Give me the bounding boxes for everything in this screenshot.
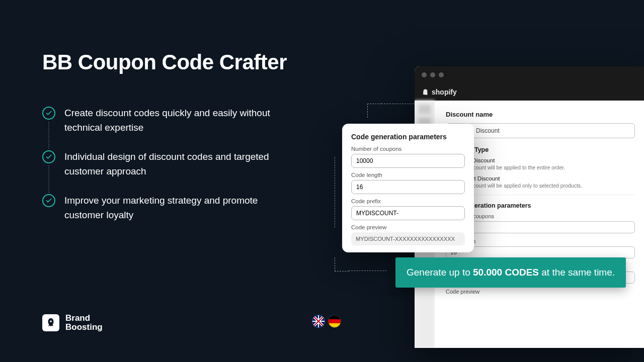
dashed-connector [367,104,381,118]
code-prefix-label: Code prefix [351,198,465,204]
window-controls [422,72,444,77]
code-preview-label-large: Code preview [446,289,635,295]
callout-bold: 50.000 CODES [473,267,539,278]
dashed-connector [335,257,349,272]
check-icon [42,107,55,120]
feature-item: Create discount codes quickly and easily… [42,106,284,135]
brand-name: Brand Boosting [65,314,103,332]
shopify-icon [422,88,429,96]
window-dot-icon [439,72,444,77]
page-title: BB Coupon Code Crafter [42,50,287,74]
flag-de-icon [328,315,341,328]
radio-order-discount[interactable]: Order Discount [446,157,635,163]
feature-text: Individual design of discount codes and … [64,149,284,179]
brand-logo: Brand Boosting [42,314,103,332]
num-coupons-field-large[interactable] [446,221,635,233]
feature-list: Create discount codes quickly and easily… [42,106,284,237]
num-coupons-field[interactable] [351,154,465,168]
window-dot-icon [430,72,435,77]
dashed-connector [349,270,386,271]
connector-line [48,165,49,193]
window-dot-icon [422,72,427,77]
radio-product-discount[interactable]: Product Discount [446,175,635,182]
brand-line2: Boosting [65,323,103,332]
feature-item: Improve your marketing strategy and prom… [42,193,284,223]
code-length-label: Code length [351,172,465,178]
params-heading-large: Code generation parameters [446,202,635,209]
connector-line [48,122,49,149]
discount-name-field[interactable] [446,123,635,138]
popup-heading: Code generation parameters [351,133,465,141]
callout-banner: Generate up to 50.000 CODES at the same … [395,257,626,288]
brand-line1: Brand [65,314,103,323]
num-coupons-label-large: Number of coupons [446,213,635,219]
code-length-field-large[interactable] [446,246,635,258]
code-prefix-field[interactable] [351,206,465,220]
code-length-field[interactable] [351,180,465,194]
dashed-connector [335,157,335,227]
num-coupons-label: Number of coupons [351,146,465,152]
feature-item: Individual design of discount codes and … [42,149,284,179]
discount-name-label: Discount name [446,111,635,118]
flag-uk-icon [312,315,325,328]
window-titlebar [415,66,644,83]
language-flags [312,315,341,328]
radio-order-desc: The discount will be applied to the enti… [456,164,635,170]
check-icon [42,150,55,163]
feature-text: Improve your marketing strategy and prom… [64,193,284,223]
params-popup: Code generation parameters Number of cou… [342,124,474,252]
discount-type-label: Discount Type [446,146,635,153]
dashed-connector [381,104,417,104]
code-preview-label: Code preview [351,224,465,230]
shopify-label: shopify [432,88,457,96]
check-icon [42,194,55,207]
feature-text: Create discount codes quickly and easily… [64,106,284,135]
code-length-label-large: Code length [446,238,635,244]
rocket-icon [42,314,59,331]
callout-post: at the same time. [539,267,615,278]
radio-product-desc: The discount will be applied only to sel… [456,183,635,189]
code-preview-value: MYDISCOUNT-XXXXXXXXXXXXXXXX [351,232,465,245]
callout-pre: Generate up to [407,267,473,278]
shopify-header: shopify [415,83,644,101]
